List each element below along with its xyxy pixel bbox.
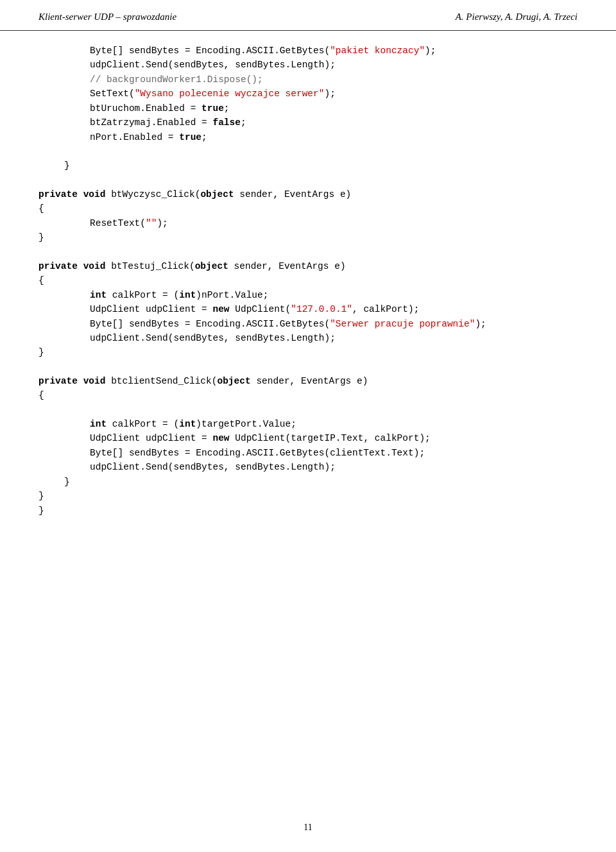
code-text: UdpClient udpClient = new UdpClient(targ… [90,433,431,443]
code-text: udpClient.Send(sendBytes, sendBytes.Leng… [90,333,336,343]
code-text: { [38,390,44,400]
code-text: SetText("Wysano polecenie wyczajce serwe… [90,89,336,99]
code-line: { [38,201,578,216]
code-line: Byte[] sendBytes = Encoding.ASCII.GetByt… [90,44,578,58]
code-text: btZatrzymaj.Enabled = false; [90,117,246,128]
code-line: Byte[] sendBytes = Encoding.ASCII.GetByt… [90,446,578,460]
code-line: ResetText(""); [90,216,578,230]
code-line: } [38,230,578,244]
code-text: private void btWyczysc_Click(object send… [38,189,351,200]
code-text: } [64,160,70,171]
code-text: { [38,203,44,214]
code-text: private void btTestuj_Click(object sende… [38,261,346,271]
code-line: int calkPort = (int)nPort.Value; [90,288,578,302]
code-text: } [38,491,44,501]
code-line: private void btclientSend_Click(object s… [38,374,578,388]
code-line: } [38,504,578,518]
header-title: Klient-serwer UDP – sprawozdanie [38,12,176,22]
code-line: } [64,475,578,489]
header-authors: A. Pierwszy, A. Drugi, A. Trzeci [456,12,578,22]
code-text: } [38,506,44,516]
code-text: Byte[] sendBytes = Encoding.ASCII.GetByt… [90,319,486,329]
code-line: Byte[] sendBytes = Encoding.ASCII.GetByt… [90,317,578,331]
code-line: udpClient.Send(sendBytes, sendBytes.Leng… [90,460,578,474]
code-text: } [38,232,44,243]
code-text: } [64,477,70,487]
code-line: int calkPort = (int)targetPort.Value; [90,417,578,431]
code-line: } [38,489,578,503]
page-number: 11 [304,822,312,832]
code-text: int calkPort = (int)targetPort.Value; [90,419,296,429]
code-line: btZatrzymaj.Enabled = false; [90,115,578,130]
code-text: ResetText(""); [90,218,168,228]
code-text: udpClient.Send(sendBytes, sendBytes.Leng… [90,462,336,472]
code-line: UdpClient udpClient = new UdpClient(targ… [90,431,578,445]
code-text: Byte[] sendBytes = Encoding.ASCII.GetByt… [90,46,436,56]
code-line: { [38,273,578,287]
code-text: nPort.Enabled = true; [90,132,207,142]
code-line: { [38,388,578,402]
code-text: int calkPort = (int)nPort.Value; [90,290,268,300]
code-line: // backgroundWorker1.Dispose(); [90,72,578,87]
code-line: udpClient.Send(sendBytes, sendBytes.Leng… [90,58,578,72]
code-text: { [38,275,44,285]
code-line: } [64,158,578,173]
code-text: Byte[] sendBytes = Encoding.ASCII.GetByt… [90,448,425,458]
code-block-clientsend: private void btclientSend_Click(object s… [38,374,578,518]
page-header: Klient-serwer UDP – sprawozdanie A. Pier… [0,0,616,31]
code-text: private void btclientSend_Click(object s… [38,376,368,386]
code-text: btUruchom.Enabled = true; [90,103,230,114]
code-text: UdpClient udpClient = new UdpClient("127… [90,304,419,314]
code-line: nPort.Enabled = true; [90,130,578,144]
code-text: udpClient.Send(sendBytes, sendBytes.Leng… [90,60,336,70]
code-block-wyczysc: private void btWyczysc_Click(object send… [38,187,578,245]
code-line: udpClient.Send(sendBytes, sendBytes.Leng… [90,331,578,345]
code-comment: // backgroundWorker1.Dispose(); [90,74,263,85]
page-footer: 11 [0,822,616,833]
code-line: private void btWyczysc_Click(object send… [38,187,578,201]
code-area: Byte[] sendBytes = Encoding.ASCII.GetByt… [0,31,616,556]
code-line: btUruchom.Enabled = true; [90,101,578,115]
code-line: UdpClient udpClient = new UdpClient("127… [90,302,578,316]
code-line: SetText("Wysano polecenie wyczajce serwe… [90,87,578,101]
code-line: } [38,345,578,359]
code-block-1: Byte[] sendBytes = Encoding.ASCII.GetByt… [38,44,578,144]
code-block-testuj: private void btTestuj_Click(object sende… [38,259,578,360]
code-line: private void btTestuj_Click(object sende… [38,259,578,273]
code-text: } [38,347,44,357]
